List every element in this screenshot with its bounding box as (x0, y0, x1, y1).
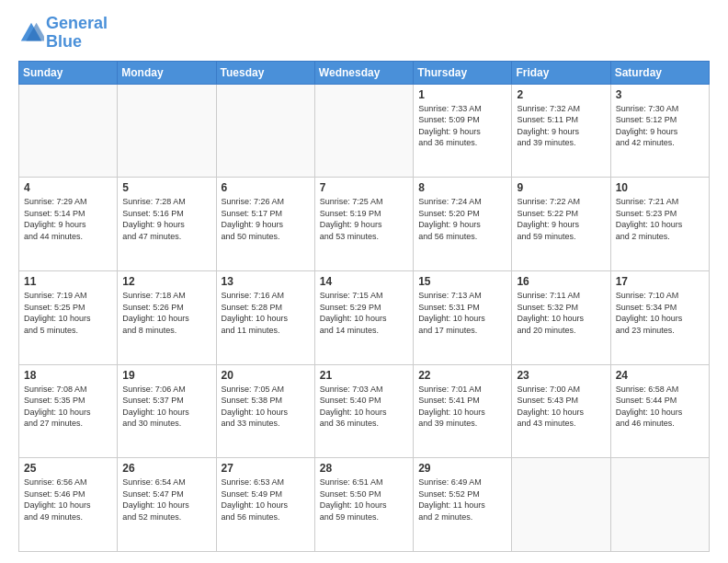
day-info: Sunrise: 7:32 AM Sunset: 5:11 PM Dayligh… (517, 103, 605, 149)
day-number: 11 (24, 275, 112, 288)
day-info: Sunrise: 7:22 AM Sunset: 5:22 PM Dayligh… (517, 196, 605, 242)
day-info: Sunrise: 7:33 AM Sunset: 5:09 PM Dayligh… (418, 103, 506, 149)
calendar-cell: 10Sunrise: 7:21 AM Sunset: 5:23 PM Dayli… (610, 178, 709, 271)
day-info: Sunrise: 7:16 AM Sunset: 5:28 PM Dayligh… (222, 290, 310, 336)
calendar-table: SundayMondayTuesdayWednesdayThursdayFrid… (18, 61, 710, 552)
calendar-cell: 9Sunrise: 7:22 AM Sunset: 5:22 PM Daylig… (512, 178, 610, 271)
day-info: Sunrise: 7:10 AM Sunset: 5:34 PM Dayligh… (616, 290, 704, 336)
day-number: 23 (517, 369, 605, 382)
day-info: Sunrise: 7:15 AM Sunset: 5:29 PM Dayligh… (320, 290, 408, 336)
calendar-cell: 26Sunrise: 6:54 AM Sunset: 5:47 PM Dayli… (118, 458, 216, 552)
day-number: 22 (418, 369, 506, 382)
logo-line2: Blue (46, 33, 108, 52)
day-info: Sunrise: 7:03 AM Sunset: 5:40 PM Dayligh… (320, 384, 408, 430)
day-number: 13 (222, 275, 310, 288)
calendar-cell: 5Sunrise: 7:28 AM Sunset: 5:16 PM Daylig… (118, 178, 216, 271)
day-number: 3 (616, 88, 704, 101)
day-number: 18 (24, 369, 112, 382)
day-info: Sunrise: 7:05 AM Sunset: 5:38 PM Dayligh… (222, 384, 310, 430)
weekday-header-cell: Monday (118, 61, 216, 84)
calendar-cell (19, 84, 118, 178)
calendar-week-row: 4Sunrise: 7:29 AM Sunset: 5:14 PM Daylig… (19, 178, 710, 271)
calendar-cell: 6Sunrise: 7:26 AM Sunset: 5:17 PM Daylig… (216, 178, 314, 271)
calendar-cell: 16Sunrise: 7:11 AM Sunset: 5:32 PM Dayli… (512, 270, 610, 364)
weekday-header-cell: Thursday (414, 61, 512, 84)
weekday-header-cell: Saturday (610, 61, 709, 84)
calendar-cell: 20Sunrise: 7:05 AM Sunset: 5:38 PM Dayli… (216, 364, 314, 458)
page: General Blue SundayMondayTuesdayWednesda… (0, 0, 728, 563)
day-info: Sunrise: 6:51 AM Sunset: 5:50 PM Dayligh… (320, 477, 408, 523)
calendar-cell: 29Sunrise: 6:49 AM Sunset: 5:52 PM Dayli… (414, 458, 512, 552)
calendar-cell: 15Sunrise: 7:13 AM Sunset: 5:31 PM Dayli… (414, 270, 512, 364)
calendar-cell: 24Sunrise: 6:58 AM Sunset: 5:44 PM Dayli… (610, 364, 709, 458)
header: General Blue (18, 15, 710, 52)
calendar-cell (216, 84, 314, 178)
day-info: Sunrise: 6:56 AM Sunset: 5:46 PM Dayligh… (24, 477, 112, 523)
calendar-cell: 12Sunrise: 7:18 AM Sunset: 5:26 PM Dayli… (118, 270, 216, 364)
day-number: 8 (418, 181, 506, 194)
calendar-cell: 17Sunrise: 7:10 AM Sunset: 5:34 PM Dayli… (610, 270, 709, 364)
day-number: 21 (320, 369, 408, 382)
day-number: 19 (122, 369, 210, 382)
weekday-header-cell: Wednesday (314, 61, 413, 84)
day-number: 9 (517, 181, 605, 194)
day-number: 4 (24, 181, 112, 194)
day-number: 17 (616, 275, 704, 288)
calendar-cell: 22Sunrise: 7:01 AM Sunset: 5:41 PM Dayli… (414, 364, 512, 458)
day-number: 5 (122, 181, 210, 194)
day-number: 6 (222, 181, 310, 194)
day-number: 20 (222, 369, 310, 382)
calendar-week-row: 25Sunrise: 6:56 AM Sunset: 5:46 PM Dayli… (19, 458, 710, 552)
day-info: Sunrise: 6:54 AM Sunset: 5:47 PM Dayligh… (122, 477, 210, 523)
calendar-cell: 23Sunrise: 7:00 AM Sunset: 5:43 PM Dayli… (512, 364, 610, 458)
logo: General Blue (18, 15, 108, 52)
calendar-cell: 21Sunrise: 7:03 AM Sunset: 5:40 PM Dayli… (314, 364, 413, 458)
day-number: 28 (320, 462, 408, 475)
calendar-cell: 3Sunrise: 7:30 AM Sunset: 5:12 PM Daylig… (610, 84, 709, 178)
day-info: Sunrise: 7:21 AM Sunset: 5:23 PM Dayligh… (616, 196, 704, 242)
day-info: Sunrise: 7:19 AM Sunset: 5:25 PM Dayligh… (24, 290, 112, 336)
day-info: Sunrise: 7:18 AM Sunset: 5:26 PM Dayligh… (122, 290, 210, 336)
weekday-header-cell: Sunday (19, 61, 118, 84)
calendar-cell: 18Sunrise: 7:08 AM Sunset: 5:35 PM Dayli… (19, 364, 118, 458)
day-number: 12 (122, 275, 210, 288)
day-number: 10 (616, 181, 704, 194)
calendar-cell: 28Sunrise: 6:51 AM Sunset: 5:50 PM Dayli… (314, 458, 413, 552)
day-info: Sunrise: 7:13 AM Sunset: 5:31 PM Dayligh… (418, 290, 506, 336)
day-number: 7 (320, 181, 408, 194)
day-number: 2 (517, 88, 605, 101)
day-number: 29 (418, 462, 506, 475)
calendar-cell: 11Sunrise: 7:19 AM Sunset: 5:25 PM Dayli… (19, 270, 118, 364)
calendar-cell: 2Sunrise: 7:32 AM Sunset: 5:11 PM Daylig… (512, 84, 610, 178)
day-info: Sunrise: 6:53 AM Sunset: 5:49 PM Dayligh… (222, 477, 310, 523)
calendar-week-row: 18Sunrise: 7:08 AM Sunset: 5:35 PM Dayli… (19, 364, 710, 458)
day-info: Sunrise: 7:00 AM Sunset: 5:43 PM Dayligh… (517, 384, 605, 430)
day-info: Sunrise: 7:29 AM Sunset: 5:14 PM Dayligh… (24, 196, 112, 242)
day-info: Sunrise: 7:26 AM Sunset: 5:17 PM Dayligh… (222, 196, 310, 242)
weekday-header-row: SundayMondayTuesdayWednesdayThursdayFrid… (19, 61, 710, 84)
calendar-cell: 27Sunrise: 6:53 AM Sunset: 5:49 PM Dayli… (216, 458, 314, 552)
day-number: 14 (320, 275, 408, 288)
calendar-body: 1Sunrise: 7:33 AM Sunset: 5:09 PM Daylig… (19, 84, 710, 551)
calendar-cell: 19Sunrise: 7:06 AM Sunset: 5:37 PM Dayli… (118, 364, 216, 458)
day-info: Sunrise: 6:49 AM Sunset: 5:52 PM Dayligh… (418, 477, 506, 523)
day-info: Sunrise: 7:24 AM Sunset: 5:20 PM Dayligh… (418, 196, 506, 242)
calendar-week-row: 1Sunrise: 7:33 AM Sunset: 5:09 PM Daylig… (19, 84, 710, 178)
day-info: Sunrise: 7:08 AM Sunset: 5:35 PM Dayligh… (24, 384, 112, 430)
day-number: 15 (418, 275, 506, 288)
day-number: 25 (24, 462, 112, 475)
calendar-cell (512, 458, 610, 552)
calendar-cell: 4Sunrise: 7:29 AM Sunset: 5:14 PM Daylig… (19, 178, 118, 271)
calendar-cell: 13Sunrise: 7:16 AM Sunset: 5:28 PM Dayli… (216, 270, 314, 364)
day-number: 26 (122, 462, 210, 475)
logo-icon (18, 20, 44, 46)
calendar-cell (314, 84, 413, 178)
day-number: 1 (418, 88, 506, 101)
day-number: 27 (222, 462, 310, 475)
logo-line1: General (46, 14, 108, 32)
weekday-header-cell: Friday (512, 61, 610, 84)
calendar-cell: 14Sunrise: 7:15 AM Sunset: 5:29 PM Dayli… (314, 270, 413, 364)
weekday-header-cell: Tuesday (216, 61, 314, 84)
calendar-cell: 7Sunrise: 7:25 AM Sunset: 5:19 PM Daylig… (314, 178, 413, 271)
calendar-cell (118, 84, 216, 178)
